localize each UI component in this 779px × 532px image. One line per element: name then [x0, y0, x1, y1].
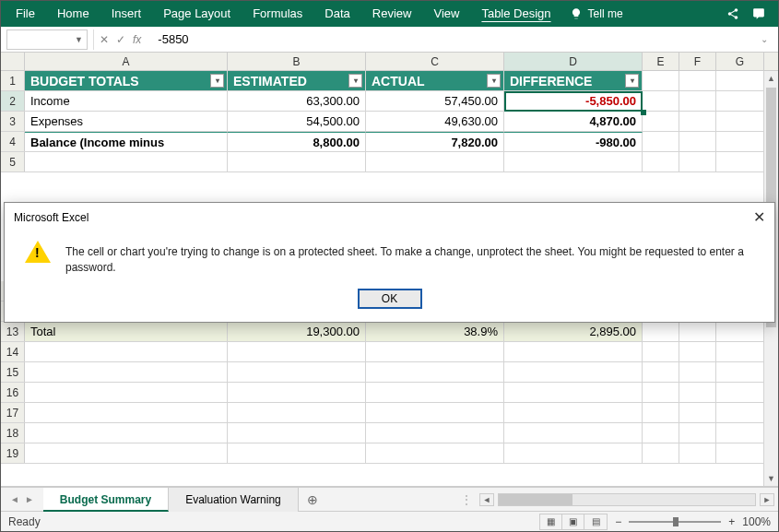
row-header[interactable]: 3 — [1, 112, 25, 131]
row-header[interactable]: 2 — [1, 91, 25, 111]
filter-icon[interactable]: ▾ — [625, 74, 639, 88]
cell[interactable] — [716, 362, 764, 382]
tab-view[interactable]: View — [422, 1, 470, 27]
cell[interactable]: 63,300.00 — [228, 91, 366, 111]
sheet-nav[interactable]: ◄► — [1, 494, 43, 504]
cell[interactable] — [679, 132, 716, 151]
cell[interactable] — [366, 403, 504, 422]
row-header[interactable]: 1 — [1, 71, 25, 90]
cell[interactable]: Total — [25, 322, 228, 341]
cell[interactable] — [643, 322, 679, 341]
zoom-out-icon[interactable]: − — [615, 515, 621, 528]
cell[interactable]: 2,895.00 — [504, 322, 643, 341]
cell[interactable] — [643, 91, 679, 111]
tab-table-design[interactable]: Table Design — [470, 1, 561, 27]
col-header-G[interactable]: G — [716, 53, 764, 70]
horizontal-scrollbar[interactable]: ⋮ ◄ ► — [326, 493, 778, 506]
cell[interactable]: 57,450.00 — [366, 91, 504, 111]
cell[interactable] — [366, 383, 504, 402]
tab-review[interactable]: Review — [361, 1, 423, 27]
cell[interactable] — [679, 152, 716, 171]
cell[interactable] — [366, 152, 504, 171]
row-header[interactable]: 13 — [1, 322, 25, 341]
cell[interactable] — [228, 403, 366, 422]
cell[interactable] — [366, 342, 504, 361]
cell[interactable] — [679, 383, 716, 402]
cell[interactable] — [504, 362, 643, 382]
scroll-up-icon[interactable]: ▲ — [764, 71, 778, 86]
scroll-thumb[interactable] — [499, 494, 572, 505]
cell[interactable] — [716, 71, 764, 90]
zoom-in-icon[interactable]: + — [728, 515, 735, 528]
filter-icon[interactable]: ▾ — [210, 74, 224, 88]
cell[interactable]: 7,820.00 — [366, 132, 504, 151]
row-header[interactable]: 17 — [1, 403, 25, 422]
col-header-F[interactable]: F — [679, 53, 716, 70]
cell[interactable] — [716, 322, 764, 341]
tab-home[interactable]: Home — [46, 1, 100, 27]
cell[interactable]: Expenses — [25, 112, 228, 131]
cell[interactable] — [679, 403, 716, 422]
cell[interactable] — [228, 443, 366, 463]
cancel-icon[interactable]: ✕ — [100, 33, 109, 46]
tab-data[interactable]: Data — [313, 1, 360, 27]
cell[interactable] — [504, 403, 643, 422]
cell[interactable] — [716, 112, 764, 131]
scroll-down-icon[interactable]: ▼ — [764, 471, 778, 486]
cell[interactable]: 49,630.00 — [366, 112, 504, 131]
row-header[interactable]: 15 — [1, 362, 25, 382]
col-header-D[interactable]: D — [504, 53, 643, 70]
cell[interactable] — [25, 443, 228, 463]
formula-expand-icon[interactable]: ⌄ — [756, 34, 773, 44]
col-header-A[interactable]: A — [25, 53, 228, 70]
cell[interactable] — [716, 403, 764, 422]
share-icon[interactable] — [726, 7, 739, 20]
cell[interactable] — [504, 152, 643, 171]
cell[interactable]: ESTIMATED▾ — [228, 71, 366, 90]
row-header[interactable]: 19 — [1, 443, 25, 463]
active-cell[interactable]: -5,850.00 — [504, 91, 643, 111]
cell[interactable]: Balance (Income minus — [25, 132, 228, 151]
cell[interactable] — [228, 342, 366, 361]
formula-input[interactable] — [152, 30, 750, 50]
cell[interactable] — [716, 91, 764, 111]
col-header-C[interactable]: C — [366, 53, 504, 70]
cell[interactable]: 19,300.00 — [228, 322, 366, 341]
cell[interactable] — [228, 423, 366, 443]
cell[interactable] — [716, 152, 764, 171]
scroll-left-icon[interactable]: ◄ — [479, 493, 494, 506]
cell[interactable] — [679, 112, 716, 131]
cell[interactable] — [504, 383, 643, 402]
cell[interactable] — [679, 443, 716, 463]
zoom-level[interactable]: 100% — [742, 515, 771, 528]
row-header[interactable]: 16 — [1, 383, 25, 402]
cell[interactable] — [643, 443, 679, 463]
ok-button[interactable]: OK — [358, 289, 422, 309]
cell[interactable]: 8,800.00 — [228, 132, 366, 151]
fill-handle[interactable] — [641, 110, 646, 115]
zoom-slider[interactable] — [629, 521, 721, 523]
view-page-break-icon[interactable]: ▤ — [584, 514, 607, 529]
view-page-layout-icon[interactable]: ▣ — [562, 514, 584, 529]
tab-page-layout[interactable]: Page Layout — [152, 1, 242, 27]
cell[interactable] — [716, 443, 764, 463]
cell[interactable] — [25, 403, 228, 422]
cell[interactable] — [643, 132, 679, 151]
cell[interactable] — [643, 112, 679, 131]
filter-icon[interactable]: ▾ — [348, 74, 362, 88]
cell[interactable] — [25, 383, 228, 402]
sheet-tab-active[interactable]: Budget Summary — [43, 488, 169, 512]
cell[interactable] — [643, 423, 679, 443]
cell[interactable] — [679, 91, 716, 111]
cell[interactable] — [716, 342, 764, 361]
cell[interactable] — [366, 362, 504, 382]
cell[interactable] — [679, 71, 716, 90]
row-header[interactable]: 4 — [1, 132, 25, 151]
view-normal-icon[interactable]: ▦ — [540, 514, 562, 529]
cell[interactable] — [643, 152, 679, 171]
cell[interactable]: DIFFERENCE▾ — [504, 71, 643, 90]
filter-icon[interactable]: ▾ — [487, 74, 501, 88]
cell[interactable] — [25, 152, 228, 171]
sheet-next-icon[interactable]: ► — [25, 494, 34, 504]
close-icon[interactable]: ✕ — [753, 208, 765, 226]
